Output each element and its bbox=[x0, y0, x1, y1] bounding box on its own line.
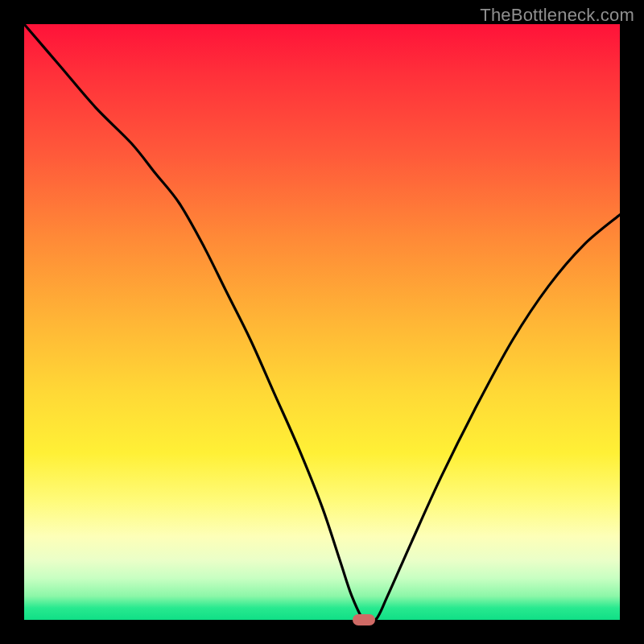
bottleneck-curve bbox=[24, 24, 620, 620]
plot-area bbox=[24, 24, 620, 620]
chart-frame: TheBottleneck.com bbox=[0, 0, 644, 644]
optimum-marker bbox=[353, 614, 375, 625]
curve-path bbox=[24, 24, 620, 623]
watermark-text: TheBottleneck.com bbox=[480, 5, 634, 26]
